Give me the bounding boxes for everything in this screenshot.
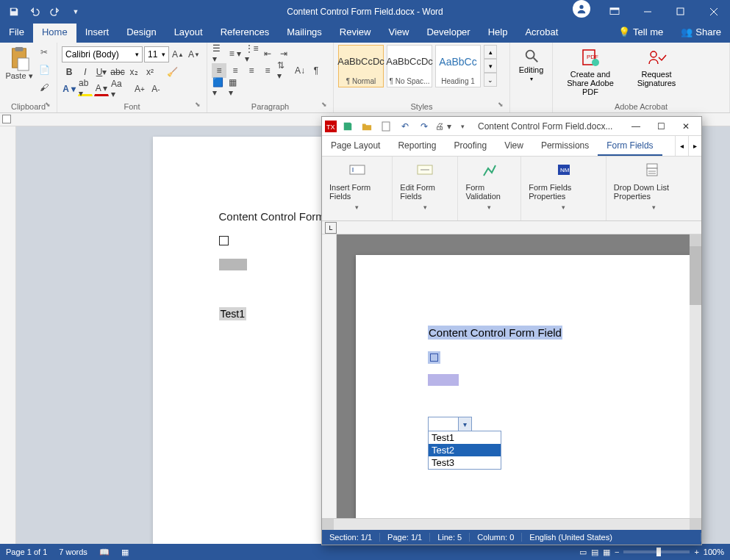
tx-scrollbar-vertical[interactable] xyxy=(690,234,701,518)
font-name-dropdown[interactable]: Calibri (Body)▾ xyxy=(62,46,143,62)
tab-acrobat[interactable]: Acrobat xyxy=(516,24,567,43)
line-spacing-icon[interactable]: ⇅ ▾ xyxy=(276,63,291,78)
status-macro-icon[interactable]: ▦ xyxy=(121,548,129,557)
tx-doc-text-field[interactable] xyxy=(428,374,459,386)
tx-tab-form-fields[interactable]: Form Fields xyxy=(598,136,662,156)
style-heading1[interactable]: AaBbCc Heading 1 xyxy=(435,45,481,87)
tx-edit-form-fields-button[interactable]: Edit Form Fields▾ xyxy=(393,157,458,220)
tab-design[interactable]: Design xyxy=(118,24,165,43)
redo-icon[interactable] xyxy=(46,2,65,21)
maximize-icon[interactable] xyxy=(664,0,697,24)
tx-insert-form-fields-button[interactable]: Insert Form Fields▾ xyxy=(322,157,393,220)
grow-font-icon[interactable]: A▲ xyxy=(171,47,185,62)
format-painter-icon[interactable]: 🖌 xyxy=(37,80,51,95)
tx-combobox-dropdown-icon[interactable]: ▾ xyxy=(458,417,471,431)
doc-checkbox-field[interactable] xyxy=(219,236,229,245)
tab-review[interactable]: Review xyxy=(331,24,380,43)
doc-dropdown-value[interactable]: Test1 xyxy=(219,307,246,320)
decrease-indent-icon[interactable]: ⇤ xyxy=(260,46,275,61)
share-button[interactable]: 👥Share xyxy=(672,24,730,43)
tx-doc-checkbox-field[interactable] xyxy=(428,351,440,364)
borders-icon[interactable]: ▦ ▾ xyxy=(228,80,243,95)
style-normal[interactable]: AaBbCcDc ¶ Normal xyxy=(338,45,384,87)
undo-icon[interactable] xyxy=(25,2,44,21)
minimize-icon[interactable] xyxy=(631,0,664,24)
clear-formatting-icon[interactable]: 🧹 xyxy=(165,65,179,79)
zoom-slider[interactable] xyxy=(623,550,690,553)
tx-tabs-prev[interactable]: ◂ xyxy=(675,136,688,156)
user-avatar[interactable] xyxy=(573,0,590,18)
zoom-in-icon[interactable]: + xyxy=(694,548,698,556)
save-icon[interactable] xyxy=(4,2,24,21)
ribbon-display-options-icon[interactable] xyxy=(598,0,631,24)
tx-dropdown-list-properties-button[interactable]: Drop Down List Properties▾ xyxy=(606,157,701,220)
change-case-icon[interactable]: Aa ▾ xyxy=(110,82,125,96)
tx-ruler-horizontal[interactable]: L xyxy=(322,221,701,234)
tx-scrollbar-horizontal[interactable] xyxy=(322,518,701,530)
tx-maximize-icon[interactable]: ☐ xyxy=(648,117,673,136)
tab-mailings[interactable]: Mailings xyxy=(278,24,331,43)
strikethrough-icon[interactable]: abc xyxy=(110,65,125,79)
view-read-icon[interactable]: ▭ xyxy=(579,548,587,557)
tx-redo-icon[interactable]: ↷ xyxy=(416,118,432,134)
view-print-icon[interactable]: ▤ xyxy=(591,548,598,557)
tx-close-icon[interactable]: ✕ xyxy=(673,117,698,136)
doc-text-field[interactable] xyxy=(219,259,247,270)
font-size-dropdown[interactable]: 11▾ xyxy=(144,46,169,62)
status-spelling-icon[interactable]: 📖 xyxy=(99,548,110,557)
shrink-font-icon[interactable]: A▼ xyxy=(187,47,201,62)
align-center-icon[interactable]: ≡ xyxy=(228,63,243,78)
tx-doc-combobox[interactable]: ▾ xyxy=(428,417,472,431)
tab-file[interactable]: File xyxy=(0,24,33,43)
view-web-icon[interactable]: ▦ xyxy=(603,548,610,557)
tx-status-column[interactable]: Column: 0 xyxy=(470,533,522,542)
status-page[interactable]: Page 1 of 1 xyxy=(6,548,47,556)
ruler-vertical[interactable] xyxy=(0,126,16,544)
tx-open-icon[interactable] xyxy=(359,118,375,134)
zoom-out-icon[interactable]: − xyxy=(615,548,619,556)
tab-insert[interactable]: Insert xyxy=(76,24,118,43)
justify-icon[interactable]: ≡ xyxy=(260,63,275,78)
tx-status-page[interactable]: Page: 1/1 xyxy=(380,533,430,542)
tx-tab-proofing[interactable]: Proofing xyxy=(445,136,495,156)
show-marks-icon[interactable]: ¶ xyxy=(309,63,323,78)
increase-indent-icon[interactable]: ⇥ xyxy=(276,46,291,61)
align-right-icon[interactable]: ≡ xyxy=(244,63,259,78)
copy-icon[interactable]: 📄 xyxy=(37,62,51,77)
tx-dropdown-item[interactable]: Test2 xyxy=(429,444,501,456)
tx-qat-more-icon[interactable]: ▾ xyxy=(454,118,470,134)
tx-tab-permissions[interactable]: Permissions xyxy=(532,136,598,156)
style-no-spacing[interactable]: AaBbCcDc ¶ No Spac... xyxy=(387,45,432,87)
tx-form-validation-button[interactable]: Form Validation▾ xyxy=(458,157,521,220)
tx-undo-icon[interactable]: ↶ xyxy=(397,118,413,134)
font-color-icon[interactable]: A ▾ xyxy=(94,82,109,96)
nav-pane-toggle[interactable] xyxy=(2,115,11,123)
tab-layout[interactable]: Layout xyxy=(165,24,212,43)
tx-tabs-next[interactable]: ▸ xyxy=(688,136,701,156)
tx-tab-reporting[interactable]: Reporting xyxy=(389,136,445,156)
tx-dropdown-item[interactable]: Test3 xyxy=(429,456,501,469)
tab-home[interactable]: Home xyxy=(33,24,76,43)
sort-icon[interactable]: A↓ xyxy=(293,63,307,78)
styles-launcher[interactable]: ⬊ xyxy=(498,101,507,110)
tx-form-fields-properties-button[interactable]: NM Form Fields Properties▾ xyxy=(521,157,606,220)
tx-status-section[interactable]: Section: 1/1 xyxy=(322,533,380,542)
tx-print-icon[interactable]: 🖨 ▾ xyxy=(435,118,451,134)
tx-ruler-vertical[interactable] xyxy=(322,234,337,518)
multilevel-icon[interactable]: ⋮≡ ▾ xyxy=(244,46,259,61)
underline-icon[interactable]: U ▾ xyxy=(94,65,109,79)
styles-expand[interactable]: ⌄ xyxy=(484,73,497,87)
italic-icon[interactable]: I xyxy=(78,65,93,79)
tx-save-icon[interactable] xyxy=(340,118,356,134)
tx-minimize-icon[interactable]: — xyxy=(623,117,648,136)
bold-icon[interactable]: B xyxy=(62,65,76,79)
grow-font2-icon[interactable]: A+ xyxy=(132,82,147,96)
zoom-value[interactable]: 100% xyxy=(704,548,724,556)
editing-button[interactable]: Editing ▾ xyxy=(515,45,548,85)
paragraph-launcher[interactable]: ⬊ xyxy=(321,101,330,110)
styles-scroll-up[interactable]: ▴ xyxy=(484,45,497,59)
numbering-icon[interactable]: ≡ ▾ xyxy=(228,46,243,61)
tx-dropdown-item[interactable]: Test1 xyxy=(429,431,501,444)
tx-document-page[interactable]: Content Control Form Field ▾ Test1 Test2… xyxy=(356,255,701,518)
styles-scroll-down[interactable]: ▾ xyxy=(484,59,497,73)
